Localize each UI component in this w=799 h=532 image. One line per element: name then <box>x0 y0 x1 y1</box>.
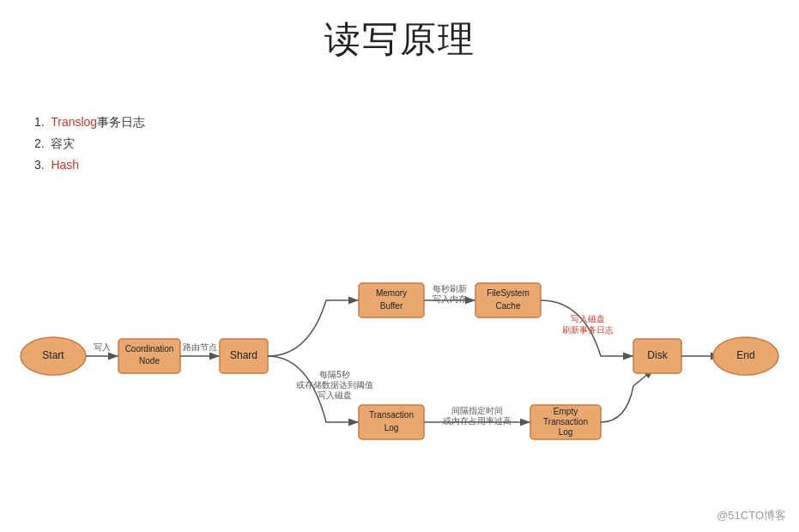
memory-label-2: Buffer <box>380 301 403 311</box>
memory-label-1: Memory <box>376 288 407 298</box>
arrow-shard-memory <box>268 300 359 356</box>
translog-label-2: Log <box>384 423 399 432</box>
watermark: @51CTO博客 <box>717 508 786 523</box>
page-title: 读写原理 <box>0 0 799 63</box>
coord-label-2: Node <box>139 356 160 366</box>
label-interval-time: 间隔指定时间 <box>451 406 503 415</box>
label-every5s: 每隔5秒 <box>319 370 350 379</box>
list-label-2: 容灾 <box>51 136 75 150</box>
list-number-1: 1. <box>34 115 51 129</box>
translog-label-1: Transaction <box>369 410 414 420</box>
start-label: Start <box>42 349 64 361</box>
label-write-memory: 写入内存 <box>433 294 467 304</box>
coord-label-1: Coordination <box>125 344 174 354</box>
list-item-1: 1. Translog事务日志 <box>34 112 145 133</box>
label-per-second: 每秒刷新 <box>433 284 467 293</box>
label-write-disk-red: 写入磁盘 <box>571 314 605 323</box>
arrow-empty-disk <box>601 369 654 422</box>
end-label: End <box>736 349 754 361</box>
list-label-translog: Translog <box>51 115 97 129</box>
list-number-2: 2. <box>34 136 51 150</box>
empty-translog-label-1: Empty <box>554 407 578 416</box>
label-write: 写入 <box>94 342 111 352</box>
list-item-3: 3. Hash <box>34 154 145 176</box>
label-write-disk2: 写入磁盘 <box>318 390 352 400</box>
diagram-svg: Start 写入 Coordination Node 路由节点 Shard Me… <box>0 197 799 515</box>
label-route: 路由节点 <box>183 342 217 352</box>
label-refresh-translog-red: 刷新事务日志 <box>562 325 614 335</box>
empty-translog-label-2: Transaction <box>543 417 588 426</box>
empty-translog-label-3: Log <box>559 427 573 437</box>
list-section: 1. Translog事务日志 2. 容灾 3. Hash <box>34 112 145 177</box>
list-number-3: 3. <box>34 158 51 172</box>
list-label-hash: Hash <box>51 158 79 172</box>
list-rest-1: 事务日志 <box>97 115 145 129</box>
label-memory-high: 或内存占用率过高 <box>443 416 511 426</box>
disk-label: Disk <box>647 349 668 361</box>
diagram-area: Start 写入 Coordination Node 路由节点 Shard Me… <box>0 197 799 515</box>
list-item-2: 2. 容灾 <box>34 133 145 154</box>
shard-label: Shard <box>230 349 257 361</box>
fscache-label-2: Cache <box>496 301 521 311</box>
label-store-threshold: 或存储数据达到阈值 <box>296 380 373 390</box>
fscache-label-1: FileSystem <box>487 288 529 298</box>
